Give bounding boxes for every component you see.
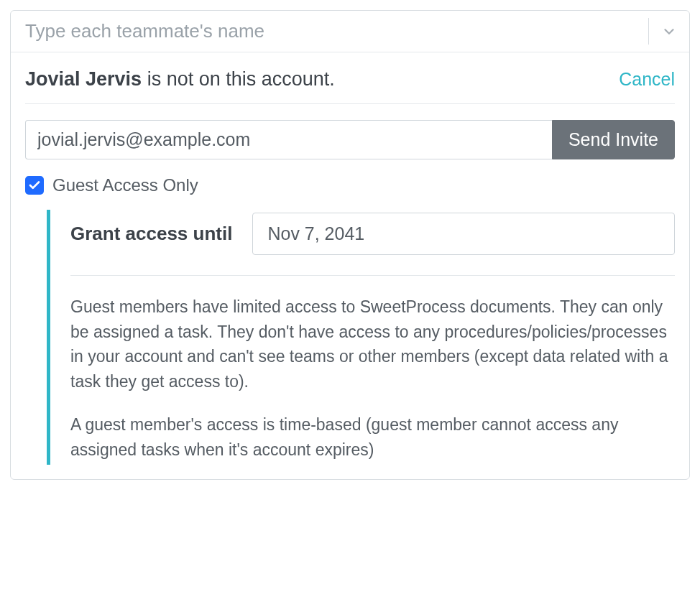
send-invite-button[interactable]: Send Invite (552, 120, 675, 159)
status-suffix: is not on this account. (142, 68, 335, 90)
guest-details-block: Grant access until Guest members have li… (47, 210, 675, 465)
account-status-row: Jovial Jervis is not on this account. Ca… (25, 68, 675, 104)
teammate-input-wrap (11, 11, 648, 52)
panel-body: Jovial Jervis is not on this account. Ca… (11, 52, 689, 479)
guest-description-p2: A guest member's access is time-based (g… (70, 412, 675, 462)
guest-description-p1: Guest members have limited access to Swe… (70, 294, 675, 394)
invitee-name: Jovial Jervis (25, 68, 142, 90)
grant-access-date-input[interactable] (252, 213, 675, 255)
account-status-text: Jovial Jervis is not on this account. (25, 68, 335, 91)
teammate-select[interactable] (11, 11, 689, 52)
guest-description: Guest members have limited access to Swe… (70, 294, 675, 462)
cancel-button[interactable]: Cancel (619, 69, 675, 90)
guest-access-checkbox[interactable] (25, 176, 44, 195)
chevron-down-icon (661, 24, 677, 40)
invite-panel: Jovial Jervis is not on this account. Ca… (10, 10, 690, 480)
teammate-dropdown-toggle[interactable] (649, 11, 689, 52)
guest-access-label: Guest Access Only (52, 175, 198, 195)
guest-access-checkbox-row: Guest Access Only (25, 175, 675, 195)
teammate-name-input[interactable] (24, 19, 635, 43)
invite-row: Send Invite (25, 120, 675, 159)
checkmark-icon (28, 179, 41, 192)
grant-access-label: Grant access until (70, 223, 232, 245)
email-field[interactable] (25, 120, 552, 159)
grant-access-row: Grant access until (70, 213, 675, 276)
